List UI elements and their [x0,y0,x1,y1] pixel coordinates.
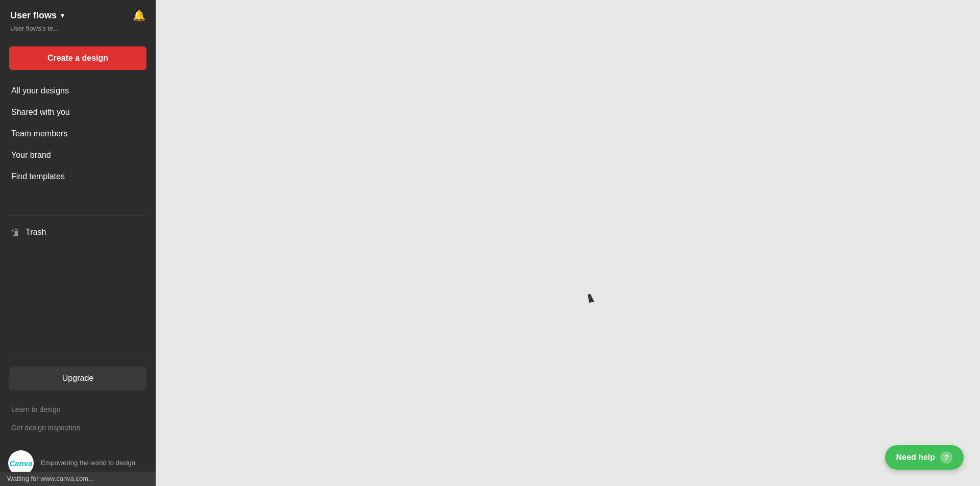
sidebar-item-all-designs[interactable]: All your designs [4,80,152,102]
sidebar-item-label: Team members [11,129,67,138]
chevron-down-icon: ▾ [61,11,64,19]
help-question-icon: ? [940,451,952,464]
notification-bell-icon[interactable]: 🔔 [133,9,145,21]
trash-label: Trash [26,228,46,237]
need-help-label: Need help [896,453,935,462]
status-bar: Waiting for www.canva.com... [0,472,156,486]
sidebar-item-label: All your designs [11,86,69,95]
trash-icon: 🗑 [11,227,20,238]
sidebar-item-trash[interactable]: 🗑 Trash [4,221,152,244]
sidebar-item-label: Shared with you [11,108,70,117]
sidebar-item-label: Your brand [11,151,51,160]
cursor-indicator [589,294,596,304]
sidebar-item-get-design-inspiration[interactable]: Get design inspiration [4,419,152,437]
sidebar: User flows ▾ 🔔 User flows's te... Create… [0,0,156,486]
main-content [156,0,980,486]
canva-logo-text: Canva [9,459,32,468]
footer-tagline: Empowering the world to design [41,458,135,468]
sidebar-header: User flows ▾ 🔔 [0,0,156,25]
sidebar-item-shared-with-you[interactable]: Shared with you [4,102,152,123]
divider-2 [8,356,148,356]
status-text: Waiting for www.canva.com... [7,475,94,482]
sidebar-item-find-templates[interactable]: Find templates [4,166,152,187]
divider [8,215,148,216]
team-selector[interactable]: User flows ▾ [10,10,64,21]
sidebar-item-your-brand[interactable]: Your brand [4,144,152,166]
nav-list: All your designs Shared with you Team me… [0,80,156,210]
trash-nav-list: 🗑 Trash [0,221,156,351]
secondary-nav: Learn to design Get design inspiration [0,395,156,442]
sidebar-item-learn-to-design[interactable]: Learn to design [4,400,152,419]
need-help-button[interactable]: Need help ? [885,445,964,470]
sidebar-item-label: Find templates [11,172,65,181]
team-subtitle: User flows's te... [0,25,156,41]
create-design-button[interactable]: Create a design [9,46,146,70]
team-name: User flows [10,10,57,21]
sidebar-item-team-members[interactable]: Team members [4,123,152,144]
upgrade-button[interactable]: Upgrade [9,367,146,390]
